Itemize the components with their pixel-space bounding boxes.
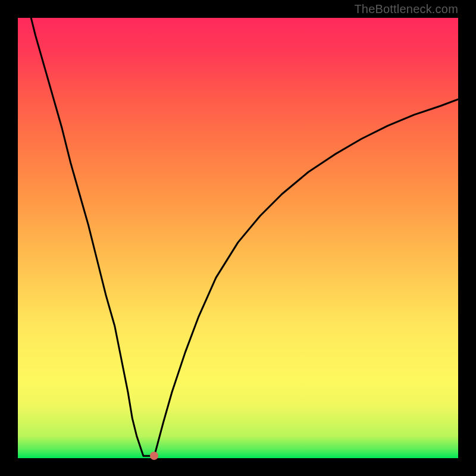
bottleneck-curve xyxy=(18,18,458,458)
reference-dot-icon xyxy=(150,452,158,460)
watermark-text: TheBottleneck.com xyxy=(354,2,458,16)
chart-frame: TheBottleneck.com xyxy=(0,0,476,476)
plot-area xyxy=(18,18,458,458)
